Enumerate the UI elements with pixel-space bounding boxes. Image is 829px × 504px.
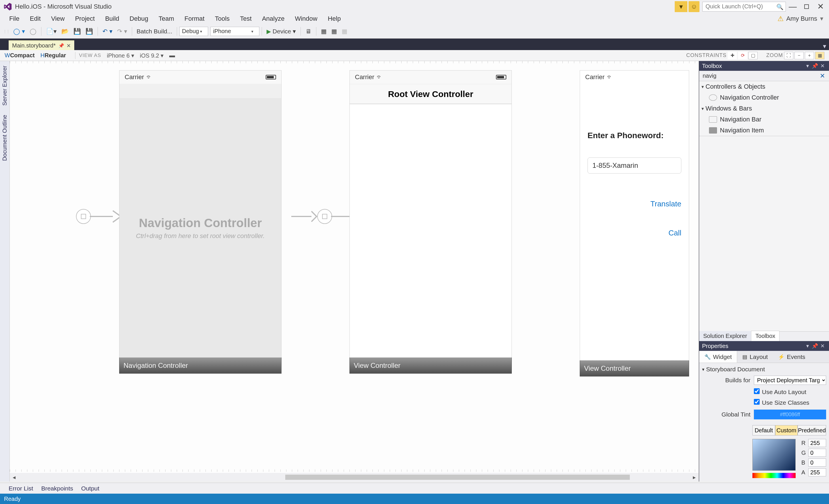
viewas-ios[interactable]: iOS 9.2 ▾	[140, 52, 164, 59]
new-file-button[interactable]: 📄▾	[44, 27, 59, 36]
viewas-device[interactable]: iPhone 6 ▾	[107, 52, 134, 59]
size-class-w[interactable]: WCompact	[5, 52, 35, 59]
quick-launch[interactable]: 🔍	[702, 2, 786, 11]
panel-menu-icon[interactable]: ▾	[804, 343, 811, 349]
toolbox-item-navigation-bar[interactable]: Navigation Bar	[699, 114, 829, 125]
output-tab[interactable]: Output	[81, 485, 99, 492]
layout-tab[interactable]: ▤Layout	[737, 351, 773, 363]
redo-button[interactable]: ↷ ▾	[115, 27, 130, 36]
solution-explorer-tab[interactable]: Solution Explorer	[699, 331, 751, 341]
scene-view-controller-phoneword[interactable]: Carrier ᯤ Enter a Phoneword: 1-855-Xamar…	[580, 70, 689, 377]
scene-navigation-controller[interactable]: Carrier ᯤ Navigation Controller Ctrl+dra…	[119, 70, 282, 374]
server-explorer-tab[interactable]: Server Explorer	[1, 61, 9, 110]
zoom-fit-icon[interactable]: ⛶	[784, 52, 793, 59]
toolbox-tab[interactable]: Toolbox	[751, 331, 780, 341]
widget-tab[interactable]: 🔧Widget	[699, 351, 737, 363]
tab-close-icon[interactable]: ✕	[67, 43, 71, 49]
menu-project[interactable]: Project	[70, 14, 100, 24]
panel-close-icon[interactable]: ✕	[819, 343, 826, 349]
rgba-r-input[interactable]	[808, 439, 826, 447]
storyboard-canvas[interactable]: Carrier ᯤ Navigation Controller Ctrl+dra…	[10, 61, 699, 481]
document-outline-tab[interactable]: Document Outline	[1, 110, 9, 166]
menu-test[interactable]: Test	[235, 14, 257, 24]
config-dropdown[interactable]: Debug▾	[179, 27, 208, 36]
phoneword-input[interactable]: 1-855-Xamarin	[587, 157, 681, 174]
open-button[interactable]: 📂	[59, 27, 71, 36]
menu-file[interactable]: File	[4, 14, 25, 24]
nav-bar-title[interactable]: Root View Controller	[350, 84, 511, 104]
menu-tools[interactable]: Tools	[210, 14, 235, 24]
menu-analyze[interactable]: Analyze	[257, 14, 290, 24]
menu-window[interactable]: Window	[290, 14, 322, 24]
zoom-actual-icon[interactable]: ▦	[815, 52, 824, 59]
scroll-thumb[interactable]	[285, 475, 630, 480]
call-button[interactable]: Call	[587, 228, 681, 238]
save-all-button[interactable]: 💾	[83, 27, 95, 36]
seg-default[interactable]: Default	[752, 425, 775, 435]
minimize-button[interactable]: —	[786, 1, 800, 12]
properties-header[interactable]: Properties ▾ 📌 ✕	[699, 341, 829, 351]
toolbox-group[interactable]: ▾Controllers & Objects	[699, 81, 829, 92]
maximize-button[interactable]	[800, 1, 814, 12]
menu-team[interactable]: Team	[153, 14, 179, 24]
scene-footer[interactable]: Navigation Controller	[119, 358, 282, 373]
document-tab[interactable]: Main.storyboard* 📌 ✕	[9, 40, 74, 50]
toolbox-search[interactable]: ✕	[699, 71, 829, 81]
size-classes-checkbox[interactable]: Use Size Classes	[754, 399, 809, 406]
rgba-b-input[interactable]	[808, 459, 826, 467]
horizontal-scrollbar[interactable]: ◂ ▸	[10, 473, 698, 481]
tabstrip-overflow-icon[interactable]: ▾	[823, 43, 829, 50]
menu-debug[interactable]: Debug	[124, 14, 153, 24]
constraints-frame-icon[interactable]: ▢	[748, 52, 758, 59]
constraints-update-icon[interactable]: ⟳	[738, 52, 747, 59]
rgba-g-input[interactable]	[808, 449, 826, 457]
tint-swatch[interactable]: #ff0086ff	[754, 409, 826, 419]
quick-launch-input[interactable]	[702, 2, 786, 11]
color-picker-hue[interactable]	[752, 473, 796, 478]
menu-format[interactable]: Format	[179, 14, 210, 24]
feedback-icon[interactable]: ☺	[688, 1, 699, 12]
scene-footer[interactable]: View Controller	[580, 360, 689, 376]
toolbox-item-navigation-item[interactable]: Navigation Item	[699, 125, 829, 136]
size-class-h[interactable]: HRegular	[40, 52, 66, 59]
start-button[interactable]: ▶ Device ▾	[264, 27, 298, 36]
constraints-add-icon[interactable]: ✚	[728, 52, 737, 59]
scroll-left-icon[interactable]: ◂	[10, 473, 19, 481]
panel-pin-icon[interactable]: 📌	[811, 63, 819, 69]
scroll-right-icon[interactable]: ▸	[690, 473, 698, 481]
scene-root-view-controller[interactable]: Carrier ᯤ Root View Controller View Cont…	[350, 70, 512, 374]
nav-fwd-button[interactable]: ◯	[27, 27, 39, 36]
breakpoints-tab[interactable]: Breakpoints	[41, 485, 73, 492]
seg-custom[interactable]: Custom	[775, 425, 798, 435]
menu-help[interactable]: Help	[323, 14, 346, 24]
tool-c-button[interactable]: ▦	[339, 27, 350, 36]
undo-button[interactable]: ↶ ▾	[100, 27, 115, 36]
events-tab[interactable]: ⚡Events	[773, 351, 810, 363]
scene-footer[interactable]: View Controller	[350, 358, 512, 373]
zoom-in-icon[interactable]: +	[805, 52, 814, 59]
toolbox-search-input[interactable]	[701, 72, 818, 80]
toolbox-header[interactable]: Toolbox ▾ 📌 ✕	[699, 61, 829, 71]
save-button[interactable]: 💾	[71, 27, 83, 36]
color-picker-gradient[interactable]	[752, 439, 796, 471]
toolbox-group[interactable]: ▾Windows & Bars	[699, 103, 829, 114]
auto-layout-checkbox[interactable]: Use Auto Layout	[754, 389, 806, 395]
menu-view[interactable]: View	[46, 14, 70, 24]
clear-search-icon[interactable]: ✕	[818, 72, 827, 80]
builds-for-select[interactable]: Project Deployment Target	[754, 375, 826, 385]
tool-a-button[interactable]: ▦	[319, 27, 329, 36]
entry-point-segue[interactable]	[76, 208, 121, 225]
signed-in-user[interactable]: ⚠ Amy Burns ▾	[778, 15, 829, 23]
tool-b-button[interactable]: ▦	[329, 27, 339, 36]
panel-menu-icon[interactable]: ▾	[804, 63, 811, 69]
platform-dropdown[interactable]: iPhone▾	[210, 27, 259, 36]
zoom-out-icon[interactable]: −	[794, 52, 804, 59]
menu-build[interactable]: Build	[100, 14, 124, 24]
menu-edit[interactable]: Edit	[25, 14, 46, 24]
pin-icon[interactable]: 📌	[59, 43, 64, 48]
nav-back-button[interactable]: ◯ ▾	[11, 27, 27, 36]
error-list-tab[interactable]: Error List	[9, 485, 33, 492]
pair-mac-button[interactable]: 🖥	[303, 27, 314, 36]
toolbox-item-navigation-controller[interactable]: Navigation Controller	[699, 92, 829, 103]
translate-button[interactable]: Translate	[587, 200, 681, 208]
